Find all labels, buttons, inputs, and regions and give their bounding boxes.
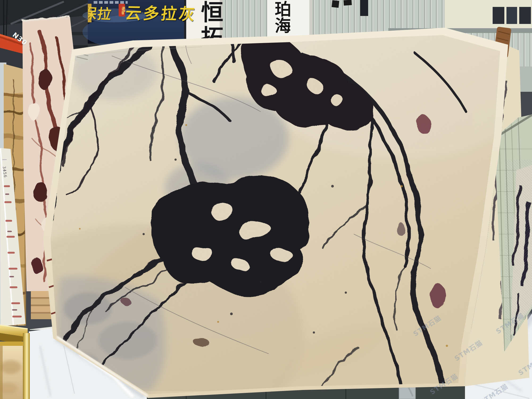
white-edge-slab xyxy=(0,148,26,326)
main-marble-slab xyxy=(0,0,532,399)
slabs-foreground xyxy=(0,0,532,399)
brass-display-stand xyxy=(0,325,30,399)
marble-warehouse-photo: 恒拓 保拉 老矿 云多拉灰 珀海 N30 xyxy=(0,0,532,399)
